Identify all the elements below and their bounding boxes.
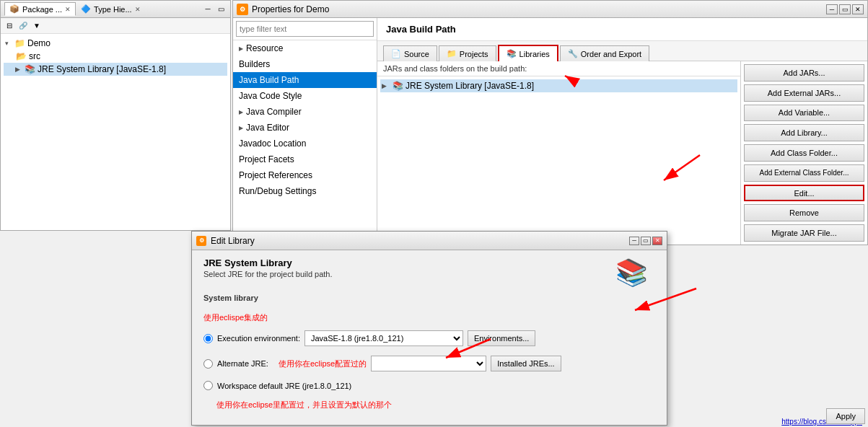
exec-env-dropdown[interactable]: JavaSE-1.8 (jre1.8.0_121) xyxy=(304,330,463,346)
dialog-title: Edit Library xyxy=(211,236,255,246)
libs-right-panel: Add JARs... Add External JARs... Add Var… xyxy=(741,61,867,245)
properties-title: Properties for Demo xyxy=(252,4,329,14)
alt-jre-dropdown[interactable] xyxy=(371,356,486,371)
nav-item-java-compiler[interactable]: ▶ Java Compiler xyxy=(233,104,377,120)
tab-order-export[interactable]: 🔧 Order and Export xyxy=(560,45,649,61)
nav-arrow-editor: ▶ xyxy=(239,125,243,131)
explorer-toolbar: ⊟ 🔗 ▼ xyxy=(1,18,230,34)
nav-item-project-refs[interactable]: Project References xyxy=(233,167,377,183)
nav-item-resource[interactable]: ▶ Resource xyxy=(233,40,377,56)
system-library-label: System library xyxy=(203,294,655,302)
dialog-title-bar: ⚙ Edit Library ─ ▭ ✕ xyxy=(192,232,667,250)
alt-jre-label: Alternate JRE: xyxy=(217,359,268,368)
dialog-minimize-btn[interactable]: ─ xyxy=(629,237,639,245)
package-explorer-icon: 📦 xyxy=(9,4,19,14)
nav-label-resource: Resource xyxy=(246,43,283,53)
project-icon: 📁 xyxy=(14,38,25,49)
nav-item-builders[interactable]: Builders xyxy=(233,56,377,72)
close-btn[interactable]: ✕ xyxy=(852,4,864,14)
nav-label-java-build-path: Java Build Path xyxy=(239,75,299,85)
tab-package-label: Package ... xyxy=(22,5,62,14)
properties-title-bar: ⚙ Properties for Demo ─ ▭ ✕ xyxy=(233,1,867,18)
red-annotation-3: 使用你在eclipse里配置过，并且设置为默认的那个 xyxy=(203,400,655,410)
apply-btn[interactable]: Apply xyxy=(826,408,865,424)
minimize-icon[interactable]: ─ xyxy=(202,4,214,15)
nav-item-javadoc[interactable]: Javadoc Location xyxy=(233,136,377,151)
add-external-jars-btn[interactable]: Add External JARs... xyxy=(744,84,864,102)
content-title: Java Build Path xyxy=(386,24,859,35)
tree-item-src-label: src xyxy=(29,51,40,61)
workspace-jre-radio[interactable] xyxy=(203,381,213,390)
tab-type-hierarchy[interactable]: 🔷 Type Hie... ✕ xyxy=(76,2,146,16)
minimize-btn[interactable]: ─ xyxy=(826,4,838,14)
nav-label-project-refs: Project References xyxy=(239,170,312,180)
tree-item-label: Demo xyxy=(27,38,51,48)
workspace-jre-label: Workspace default JRE (jre1.8.0_121) xyxy=(217,382,351,390)
nav-item-java-build-path[interactable]: Java Build Path xyxy=(233,72,377,88)
tree-item-src[interactable]: 📂 src xyxy=(4,50,227,63)
dialog-close-btn[interactable]: ✕ xyxy=(652,237,662,245)
libs-left-panel: JARs and class folders on the build path… xyxy=(377,61,741,245)
tree-item-jre[interactable]: ▶ 📚 JRE System Library [JavaSE-1.8] xyxy=(4,63,227,76)
libraries-content: JARs and class folders on the build path… xyxy=(377,61,867,245)
nav-label-builders: Builders xyxy=(239,59,270,69)
tabs-row: 📄 Source 📁 Projects 📚 Libraries 🔧 Order … xyxy=(377,41,867,61)
tab-libraries-label: Libraries xyxy=(520,50,550,58)
tab-close-icon[interactable]: ✕ xyxy=(65,6,71,13)
libs-description: JARs and class folders on the build path… xyxy=(377,61,740,76)
installed-jres-btn[interactable]: Installed JREs... xyxy=(491,356,561,371)
jre-icon: 📚 xyxy=(24,63,35,75)
libs-tree: ▶ 📚 JRE System Library [JavaSE-1.8] xyxy=(377,76,740,245)
add-external-class-folder-btn[interactable]: Add External Class Folder... xyxy=(744,164,864,182)
nav-item-project-facets[interactable]: Project Facets xyxy=(233,151,377,167)
nav-arrow-compiler: ▶ xyxy=(239,109,243,115)
alt-jre-radio[interactable] xyxy=(203,359,213,369)
tab-libraries[interactable]: 📚 Libraries xyxy=(498,45,558,61)
nav-item-java-code-style[interactable]: Java Code Style xyxy=(233,88,377,104)
type-hierarchy-icon: 🔷 xyxy=(81,4,91,14)
jre-books-icon: 📚 xyxy=(615,257,648,288)
properties-content: Java Build Path 📄 Source 📁 Projects 📚 Li… xyxy=(377,18,867,245)
nav-arrow-resource: ▶ xyxy=(239,45,243,52)
edit-btn[interactable]: Edit... xyxy=(744,185,864,202)
restore-btn[interactable]: ▭ xyxy=(839,4,851,14)
package-explorer-panel: 📦 Package ... ✕ 🔷 Type Hie... ✕ ─ ▭ ⊟ 🔗 … xyxy=(0,0,231,231)
view-menu-icon[interactable]: ▼ xyxy=(31,20,43,32)
dialog-subtitle: Select JRE for the project build path. xyxy=(203,270,333,278)
add-library-btn[interactable]: Add Library... xyxy=(744,124,864,141)
nav-label-java-code-style: Java Code Style xyxy=(239,91,302,101)
environments-btn[interactable]: Environments... xyxy=(468,330,535,346)
collapse-all-icon[interactable]: ⊟ xyxy=(4,20,15,32)
restore-icon[interactable]: ▭ xyxy=(215,4,227,15)
link-with-editor-icon[interactable]: 🔗 xyxy=(17,20,29,32)
nav-item-java-editor[interactable]: ▶ Java Editor xyxy=(233,120,377,136)
tab-order-label: Order and Export xyxy=(581,50,641,58)
nav-item-run-debug[interactable]: Run/Debug Settings xyxy=(233,183,377,199)
properties-body: ▶ Resource Builders Java Build Path Java… xyxy=(233,18,867,245)
tab-projects[interactable]: 📁 Projects xyxy=(439,45,496,61)
dialog-restore-btn[interactable]: ▭ xyxy=(641,237,651,245)
nav-label-java-editor: Java Editor xyxy=(246,123,289,133)
add-class-folder-btn[interactable]: Add Class Folder... xyxy=(744,144,864,162)
tab-projects-label: Projects xyxy=(460,50,488,58)
remove-btn[interactable]: Remove xyxy=(744,204,864,221)
tab-source-label: Source xyxy=(404,50,429,58)
libs-tree-item-jre[interactable]: ▶ 📚 JRE System Library [JavaSE-1.8] xyxy=(380,79,737,92)
tab2-close-icon[interactable]: ✕ xyxy=(135,6,141,13)
nav-label-project-facets: Project Facets xyxy=(239,154,294,164)
add-jars-btn[interactable]: Add JARs... xyxy=(744,64,864,82)
content-header: Java Build Path xyxy=(377,18,867,41)
expand-arrow: ▾ xyxy=(5,40,14,47)
tree-item-demo[interactable]: ▾ 📁 Demo xyxy=(4,37,227,50)
nav-label-javadoc: Javadoc Location xyxy=(239,138,306,149)
tab-type-hierarchy-label: Type Hie... xyxy=(94,5,132,14)
add-variable-btn[interactable]: Add Variable... xyxy=(744,105,864,122)
exec-env-label: Execution environment: xyxy=(217,334,300,343)
tab-package-explorer[interactable]: 📦 Package ... ✕ xyxy=(4,2,76,16)
exec-env-radio[interactable] xyxy=(203,334,213,343)
src-icon: 📂 xyxy=(15,50,27,62)
filter-input[interactable] xyxy=(236,21,374,37)
nav-label-run-debug: Run/Debug Settings xyxy=(239,186,316,196)
tab-source[interactable]: 📄 Source xyxy=(383,45,437,61)
migrate-jar-btn[interactable]: Migrate JAR File... xyxy=(744,224,864,242)
